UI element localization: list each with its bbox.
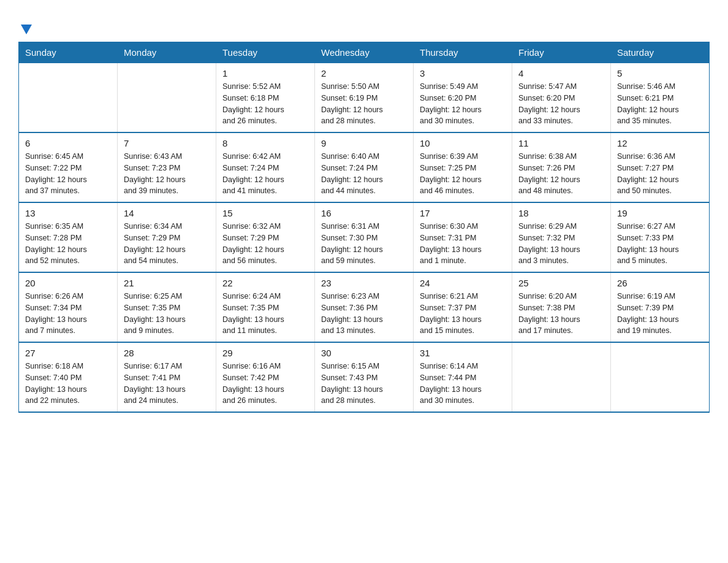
day-info: Sunrise: 5:50 AM Sunset: 6:19 PM Dayligh… (321, 81, 407, 127)
day-number: 19 (617, 208, 703, 218)
calendar-cell (611, 342, 710, 412)
day-info: Sunrise: 6:29 AM Sunset: 7:32 PM Dayligh… (518, 221, 604, 267)
day-info: Sunrise: 6:18 AM Sunset: 7:40 PM Dayligh… (25, 361, 111, 407)
calendar-week-row: 13Sunrise: 6:35 AM Sunset: 7:28 PM Dayli… (19, 202, 710, 272)
calendar-cell: 14Sunrise: 6:34 AM Sunset: 7:29 PM Dayli… (118, 202, 216, 272)
day-info: Sunrise: 5:52 AM Sunset: 6:18 PM Dayligh… (222, 81, 308, 127)
calendar-cell: 13Sunrise: 6:35 AM Sunset: 7:28 PM Dayli… (19, 202, 118, 272)
calendar-cell: 30Sunrise: 6:15 AM Sunset: 7:43 PM Dayli… (315, 342, 414, 412)
day-info: Sunrise: 5:47 AM Sunset: 6:20 PM Dayligh… (518, 81, 604, 127)
day-info: Sunrise: 6:25 AM Sunset: 7:35 PM Dayligh… (124, 291, 210, 337)
day-number: 24 (420, 278, 506, 288)
day-info: Sunrise: 6:14 AM Sunset: 7:44 PM Dayligh… (420, 361, 506, 407)
calendar-week-row: 20Sunrise: 6:26 AM Sunset: 7:34 PM Dayli… (19, 272, 710, 342)
day-info: Sunrise: 6:39 AM Sunset: 7:25 PM Dayligh… (420, 151, 506, 197)
day-info: Sunrise: 6:26 AM Sunset: 7:34 PM Dayligh… (25, 291, 111, 337)
day-info: Sunrise: 6:43 AM Sunset: 7:23 PM Dayligh… (124, 151, 210, 197)
day-info: Sunrise: 6:15 AM Sunset: 7:43 PM Dayligh… (321, 361, 407, 407)
day-number: 8 (222, 138, 308, 148)
calendar-cell: 10Sunrise: 6:39 AM Sunset: 7:25 PM Dayli… (414, 132, 512, 202)
day-info: Sunrise: 6:20 AM Sunset: 7:38 PM Dayligh… (518, 291, 604, 337)
day-info: Sunrise: 6:42 AM Sunset: 7:24 PM Dayligh… (222, 151, 308, 197)
day-number: 2 (321, 68, 407, 79)
calendar-day-header: Saturday (611, 42, 710, 63)
day-info: Sunrise: 5:49 AM Sunset: 6:20 PM Dayligh… (420, 81, 506, 127)
day-info: Sunrise: 6:24 AM Sunset: 7:35 PM Dayligh… (222, 291, 308, 337)
day-number: 30 (321, 348, 407, 358)
page-header (18, 12, 710, 36)
calendar-day-header: Sunday (19, 42, 118, 63)
day-number: 23 (321, 278, 407, 288)
day-number: 18 (518, 208, 604, 218)
calendar-cell: 2Sunrise: 5:50 AM Sunset: 6:19 PM Daylig… (315, 63, 414, 133)
calendar-cell: 3Sunrise: 5:49 AM Sunset: 6:20 PM Daylig… (414, 63, 512, 133)
calendar-day-header: Monday (118, 42, 216, 63)
calendar-cell: 22Sunrise: 6:24 AM Sunset: 7:35 PM Dayli… (216, 272, 315, 342)
day-info: Sunrise: 6:38 AM Sunset: 7:26 PM Dayligh… (518, 151, 604, 197)
day-number: 26 (617, 278, 703, 288)
calendar-day-header: Wednesday (315, 42, 414, 63)
day-number: 17 (420, 208, 506, 218)
calendar-cell: 17Sunrise: 6:30 AM Sunset: 7:31 PM Dayli… (414, 202, 512, 272)
day-info: Sunrise: 6:30 AM Sunset: 7:31 PM Dayligh… (420, 221, 506, 267)
calendar-cell: 5Sunrise: 5:46 AM Sunset: 6:21 PM Daylig… (611, 63, 710, 133)
day-number: 27 (25, 348, 111, 358)
day-number: 22 (222, 278, 308, 288)
calendar-cell: 29Sunrise: 6:16 AM Sunset: 7:42 PM Dayli… (216, 342, 315, 412)
calendar-cell: 21Sunrise: 6:25 AM Sunset: 7:35 PM Dayli… (118, 272, 216, 342)
day-info: Sunrise: 6:31 AM Sunset: 7:30 PM Dayligh… (321, 221, 407, 267)
svg-marker-0 (21, 25, 32, 34)
logo (18, 18, 33, 36)
day-number: 28 (124, 348, 210, 358)
day-info: Sunrise: 6:35 AM Sunset: 7:28 PM Dayligh… (25, 221, 111, 267)
calendar-cell: 1Sunrise: 5:52 AM Sunset: 6:18 PM Daylig… (216, 63, 315, 133)
day-info: Sunrise: 6:16 AM Sunset: 7:42 PM Dayligh… (222, 361, 308, 407)
day-info: Sunrise: 6:19 AM Sunset: 7:39 PM Dayligh… (617, 291, 703, 337)
day-number: 1 (222, 68, 308, 79)
day-info: Sunrise: 6:32 AM Sunset: 7:29 PM Dayligh… (222, 221, 308, 267)
day-number: 3 (420, 68, 506, 79)
day-number: 25 (518, 278, 604, 288)
day-number: 13 (25, 208, 111, 218)
calendar-cell: 26Sunrise: 6:19 AM Sunset: 7:39 PM Dayli… (611, 272, 710, 342)
day-number: 31 (420, 348, 506, 358)
calendar-cell: 23Sunrise: 6:23 AM Sunset: 7:36 PM Dayli… (315, 272, 414, 342)
day-info: Sunrise: 6:23 AM Sunset: 7:36 PM Dayligh… (321, 291, 407, 337)
calendar-cell: 19Sunrise: 6:27 AM Sunset: 7:33 PM Dayli… (611, 202, 710, 272)
day-number: 7 (124, 138, 210, 148)
day-number: 10 (420, 138, 506, 148)
calendar-cell: 7Sunrise: 6:43 AM Sunset: 7:23 PM Daylig… (118, 132, 216, 202)
calendar-cell: 31Sunrise: 6:14 AM Sunset: 7:44 PM Dayli… (414, 342, 512, 412)
calendar-week-row: 6Sunrise: 6:45 AM Sunset: 7:22 PM Daylig… (19, 132, 710, 202)
day-number: 5 (617, 68, 703, 79)
day-info: Sunrise: 6:17 AM Sunset: 7:41 PM Dayligh… (124, 361, 210, 407)
calendar-cell (19, 63, 118, 133)
calendar-week-row: 1Sunrise: 5:52 AM Sunset: 6:18 PM Daylig… (19, 63, 710, 133)
day-info: Sunrise: 6:21 AM Sunset: 7:37 PM Dayligh… (420, 291, 506, 337)
day-number: 11 (518, 138, 604, 148)
day-number: 6 (25, 138, 111, 148)
calendar-cell: 6Sunrise: 6:45 AM Sunset: 7:22 PM Daylig… (19, 132, 118, 202)
calendar-cell: 24Sunrise: 6:21 AM Sunset: 7:37 PM Dayli… (414, 272, 512, 342)
day-number: 15 (222, 208, 308, 218)
calendar-cell: 16Sunrise: 6:31 AM Sunset: 7:30 PM Dayli… (315, 202, 414, 272)
calendar-cell: 27Sunrise: 6:18 AM Sunset: 7:40 PM Dayli… (19, 342, 118, 412)
day-info: Sunrise: 6:36 AM Sunset: 7:27 PM Dayligh… (617, 151, 703, 197)
day-info: Sunrise: 6:40 AM Sunset: 7:24 PM Dayligh… (321, 151, 407, 197)
calendar-cell (118, 63, 216, 133)
day-number: 16 (321, 208, 407, 218)
day-number: 12 (617, 138, 703, 148)
calendar-cell: 4Sunrise: 5:47 AM Sunset: 6:20 PM Daylig… (512, 63, 611, 133)
day-number: 29 (222, 348, 308, 358)
calendar-day-header: Thursday (414, 42, 512, 63)
calendar-cell: 9Sunrise: 6:40 AM Sunset: 7:24 PM Daylig… (315, 132, 414, 202)
calendar-cell: 11Sunrise: 6:38 AM Sunset: 7:26 PM Dayli… (512, 132, 611, 202)
calendar-cell (512, 342, 611, 412)
calendar-cell: 20Sunrise: 6:26 AM Sunset: 7:34 PM Dayli… (19, 272, 118, 342)
calendar-cell: 18Sunrise: 6:29 AM Sunset: 7:32 PM Dayli… (512, 202, 611, 272)
day-number: 20 (25, 278, 111, 288)
calendar-header-row: SundayMondayTuesdayWednesdayThursdayFrid… (19, 42, 710, 63)
day-info: Sunrise: 6:45 AM Sunset: 7:22 PM Dayligh… (25, 151, 111, 197)
calendar-cell: 25Sunrise: 6:20 AM Sunset: 7:38 PM Dayli… (512, 272, 611, 342)
calendar-day-header: Tuesday (216, 42, 315, 63)
